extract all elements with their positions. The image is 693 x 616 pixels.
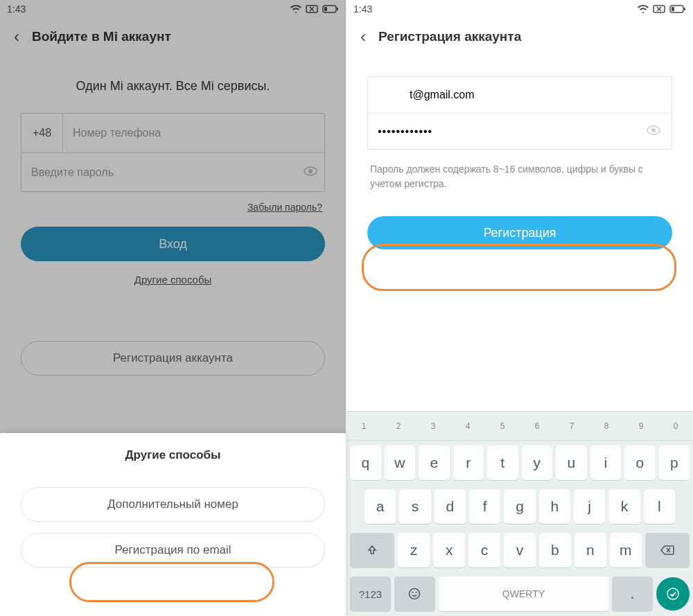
key-space[interactable]: QWERTY <box>439 577 608 611</box>
kbd-hint: 3 <box>431 421 436 431</box>
key-l[interactable]: l <box>644 489 675 524</box>
key-emoji[interactable] <box>394 577 435 611</box>
svg-point-15 <box>667 588 678 599</box>
field-group <box>367 76 672 150</box>
status-right <box>638 5 686 13</box>
password-hint: Пароль должен содержать 8~16 символов, ц… <box>370 162 669 191</box>
callout-ellipse <box>362 244 676 291</box>
svg-point-13 <box>412 592 414 593</box>
key-v[interactable]: v <box>504 533 536 567</box>
dim-overlay[interactable] <box>0 0 346 433</box>
register-form: Пароль должен содержать 8~16 символов, ц… <box>346 55 693 249</box>
keyboard: 1 2 3 4 5 6 7 8 9 0 q w e r t y u i o p … <box>346 411 693 616</box>
svg-point-14 <box>416 592 417 593</box>
key-enter[interactable] <box>656 577 690 610</box>
email-input[interactable] <box>368 77 672 113</box>
alt-number-button[interactable]: Дополнительный номер <box>21 487 325 522</box>
kbd-hint: 5 <box>500 421 505 431</box>
key-h[interactable]: h <box>539 489 570 524</box>
phone-right: 1:43 ‹ Регистрация аккаунта Пароль долже… <box>346 0 693 616</box>
keyboard-row: a s d f g h j k l <box>346 484 693 528</box>
key-j[interactable]: j <box>574 489 605 524</box>
kbd-hint: 9 <box>639 421 644 431</box>
key-k[interactable]: k <box>608 489 640 524</box>
status-time: 1:43 <box>353 3 372 15</box>
key-b[interactable]: b <box>539 533 571 567</box>
key-x[interactable]: x <box>433 533 465 567</box>
key-q[interactable]: q <box>350 446 381 480</box>
svg-point-12 <box>410 589 420 599</box>
page-title: Регистрация аккаунта <box>378 29 521 44</box>
sheet-title: Другие способы <box>21 448 325 462</box>
key-s[interactable]: s <box>399 489 430 524</box>
key-symbols[interactable]: ?123 <box>350 577 391 611</box>
phone-left: 1:43 ‹ Войдите в Mi аккаунт Один Mi акка… <box>0 0 346 616</box>
key-g[interactable]: g <box>504 489 535 524</box>
back-icon[interactable]: ‹ <box>360 27 366 46</box>
key-d[interactable]: d <box>435 489 466 524</box>
key-u[interactable]: u <box>556 446 587 480</box>
key-backspace[interactable] <box>645 533 690 567</box>
kbd-hint: 0 <box>674 421 678 431</box>
svg-point-11 <box>651 128 656 132</box>
password-input[interactable] <box>368 114 644 149</box>
key-shift[interactable] <box>350 533 394 567</box>
status-bar: 1:43 <box>346 0 693 18</box>
kbd-hint: 1 <box>362 421 367 431</box>
key-a[interactable]: a <box>365 489 396 524</box>
kbd-hint: 8 <box>604 421 609 431</box>
svg-rect-9 <box>672 7 674 11</box>
key-r[interactable]: r <box>453 446 484 480</box>
key-e[interactable]: e <box>419 446 450 480</box>
dnd-icon <box>653 5 665 13</box>
key-period[interactable]: . <box>612 577 653 611</box>
header: ‹ Регистрация аккаунта <box>346 18 693 55</box>
kbd-hint: 4 <box>466 421 471 431</box>
svg-rect-8 <box>684 8 685 10</box>
key-w[interactable]: w <box>385 446 416 480</box>
key-o[interactable]: o <box>624 446 656 480</box>
key-f[interactable]: f <box>469 489 500 524</box>
kbd-hint: 6 <box>535 421 540 431</box>
key-y[interactable]: y <box>522 446 553 480</box>
other-ways-sheet: Другие способы Дополнительный номер Реги… <box>0 433 346 616</box>
key-n[interactable]: n <box>574 533 606 567</box>
email-register-button[interactable]: Регистрация по email <box>21 533 325 567</box>
eye-icon[interactable] <box>644 125 672 138</box>
keyboard-hints: 1 2 3 4 5 6 7 8 9 0 <box>346 412 693 441</box>
key-p[interactable]: p <box>659 446 690 480</box>
key-i[interactable]: i <box>590 446 622 480</box>
kbd-hint: 2 <box>396 421 401 431</box>
key-m[interactable]: m <box>610 533 642 567</box>
key-t[interactable]: t <box>487 446 518 480</box>
key-z[interactable]: z <box>398 533 430 567</box>
key-c[interactable]: c <box>468 533 500 567</box>
keyboard-row: z x c v b n m <box>346 529 693 572</box>
keyboard-row: q w e r t y u i o p <box>346 441 693 484</box>
keyboard-row: ?123 QWERTY . <box>346 572 693 616</box>
kbd-hint: 7 <box>570 421 574 431</box>
wifi-icon <box>638 5 649 13</box>
register-button[interactable]: Регистрация <box>367 216 672 249</box>
battery-icon <box>669 5 686 13</box>
